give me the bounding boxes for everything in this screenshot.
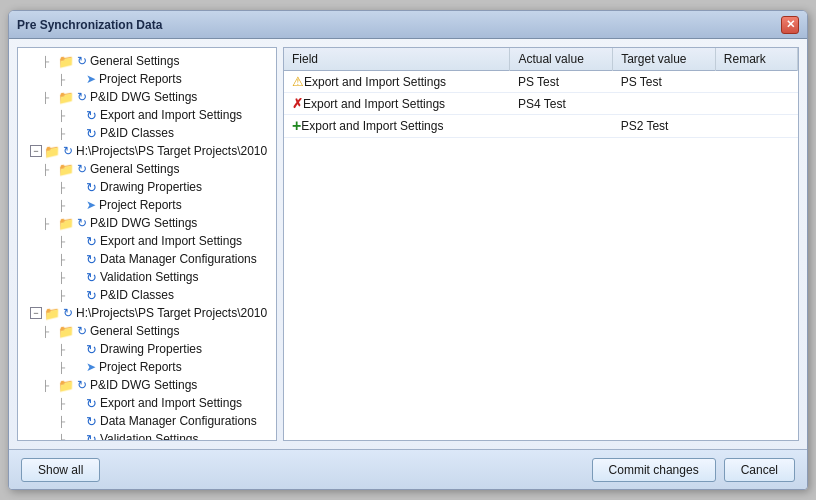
- tree-item-pid-classes-2[interactable]: ├↻P&ID Classes: [18, 286, 276, 304]
- table-header-row: Field Actual value Target value Remark: [284, 48, 798, 71]
- tree-item-export-import-3[interactable]: ├↻Export and Import Settings: [18, 394, 276, 412]
- tree-label: General Settings: [90, 324, 179, 338]
- tree-item-proj-reports-2[interactable]: ├➤Project Reports: [18, 196, 276, 214]
- tree-item-data-manager-2[interactable]: ├↻Data Manager Configurations: [18, 412, 276, 430]
- col-field: Field: [284, 48, 510, 71]
- table-row[interactable]: +Export and Import Settings PS2 Test: [284, 115, 798, 138]
- warning-icon: ⚠: [292, 74, 304, 89]
- tree-label: Validation Settings: [100, 432, 199, 441]
- content-area: ├📁↻General Settings├➤Project Reports├📁↻P…: [9, 39, 807, 449]
- cell-field: +Export and Import Settings: [284, 115, 510, 138]
- tree-label: Validation Settings: [100, 270, 199, 284]
- commit-changes-button[interactable]: Commit changes: [592, 458, 716, 482]
- tree-item-proj-reports-3[interactable]: ├➤Project Reports: [18, 358, 276, 376]
- table-row[interactable]: ✗Export and Import Settings PS4 Test: [284, 93, 798, 115]
- close-button[interactable]: ✕: [781, 16, 799, 34]
- data-table: Field Actual value Target value Remark ⚠…: [284, 48, 798, 138]
- cell-actual: [510, 115, 613, 138]
- tree-label: P&ID Classes: [100, 288, 174, 302]
- tree-label: P&ID Classes: [100, 126, 174, 140]
- tree-label: Export and Import Settings: [100, 396, 242, 410]
- bottom-bar: Show all Commit changes Cancel: [9, 449, 807, 489]
- tree-item-drawing-props-1[interactable]: ├↻Drawing Properties: [18, 178, 276, 196]
- main-window: Pre Synchronization Data ✕ ├📁↻General Se…: [8, 10, 808, 490]
- tree-label: Project Reports: [99, 360, 182, 374]
- cell-actual: PS4 Test: [510, 93, 613, 115]
- tree-label: Export and Import Settings: [100, 234, 242, 248]
- cell-remark: [715, 71, 797, 93]
- tree-item-gen-settings-1[interactable]: ├📁↻General Settings: [18, 52, 276, 70]
- cancel-button[interactable]: Cancel: [724, 458, 795, 482]
- tree-label: P&ID DWG Settings: [90, 90, 197, 104]
- tree-label: Data Manager Configurations: [100, 414, 257, 428]
- add-icon: +: [292, 118, 301, 134]
- cell-remark: [715, 115, 797, 138]
- tree-label: Project Reports: [99, 198, 182, 212]
- tree-label: Project Reports: [99, 72, 182, 86]
- cell-remark: [715, 93, 797, 115]
- tree-label: General Settings: [90, 162, 179, 176]
- tree-item-validation-2[interactable]: ├↻Validation Settings: [18, 430, 276, 441]
- cell-field: ✗Export and Import Settings: [284, 93, 510, 115]
- col-actual: Actual value: [510, 48, 613, 71]
- tree-label: General Settings: [90, 54, 179, 68]
- tree-item-pid-dwg-2[interactable]: ├📁↻P&ID DWG Settings: [18, 214, 276, 232]
- tree-label: Data Manager Configurations: [100, 252, 257, 266]
- tree-label: P&ID DWG Settings: [90, 216, 197, 230]
- tree-panel[interactable]: ├📁↻General Settings├➤Project Reports├📁↻P…: [17, 47, 277, 441]
- tree-item-pid-dwg-1[interactable]: ├📁↻P&ID DWG Settings: [18, 88, 276, 106]
- table-row[interactable]: ⚠Export and Import Settings PS Test PS T…: [284, 71, 798, 93]
- tree-label: P&ID DWG Settings: [90, 378, 197, 392]
- tree-item-project-target-2[interactable]: −📁↻H:\Projects\PS Target Projects\2010: [18, 304, 276, 322]
- tree-label: H:\Projects\PS Target Projects\2010: [76, 306, 267, 320]
- tree-label: Export and Import Settings: [100, 108, 242, 122]
- tree-item-validation-1[interactable]: ├↻Validation Settings: [18, 268, 276, 286]
- cell-field: ⚠Export and Import Settings: [284, 71, 510, 93]
- tree-item-project-target-1[interactable]: −📁↻H:\Projects\PS Target Projects\2010: [18, 142, 276, 160]
- tree-item-export-import-2[interactable]: ├↻Export and Import Settings: [18, 232, 276, 250]
- col-remark: Remark: [715, 48, 797, 71]
- tree-container: ├📁↻General Settings├➤Project Reports├📁↻P…: [18, 48, 276, 441]
- show-all-button[interactable]: Show all: [21, 458, 100, 482]
- tree-item-drawing-props-2[interactable]: ├↻Drawing Properties: [18, 340, 276, 358]
- cell-target: [613, 93, 716, 115]
- tree-item-gen-settings-2[interactable]: ├📁↻General Settings: [18, 160, 276, 178]
- tree-item-pid-classes-1[interactable]: ├↻P&ID Classes: [18, 124, 276, 142]
- table-body: ⚠Export and Import Settings PS Test PS T…: [284, 71, 798, 138]
- tree-item-pid-dwg-3[interactable]: ├📁↻P&ID DWG Settings: [18, 376, 276, 394]
- cell-target: PS Test: [613, 71, 716, 93]
- table-panel: Field Actual value Target value Remark ⚠…: [283, 47, 799, 441]
- tree-item-data-manager-1[interactable]: ├↻Data Manager Configurations: [18, 250, 276, 268]
- tree-label: Drawing Properties: [100, 180, 202, 194]
- cell-target: PS2 Test: [613, 115, 716, 138]
- window-title: Pre Synchronization Data: [17, 18, 162, 32]
- tree-label: Drawing Properties: [100, 342, 202, 356]
- error-icon: ✗: [292, 96, 303, 111]
- title-bar: Pre Synchronization Data ✕: [9, 11, 807, 39]
- tree-item-gen-settings-3[interactable]: ├📁↻General Settings: [18, 322, 276, 340]
- tree-label: H:\Projects\PS Target Projects\2010: [76, 144, 267, 158]
- cell-actual: PS Test: [510, 71, 613, 93]
- tree-item-export-import-1[interactable]: ├↻Export and Import Settings: [18, 106, 276, 124]
- col-target: Target value: [613, 48, 716, 71]
- tree-item-proj-reports-1[interactable]: ├➤Project Reports: [18, 70, 276, 88]
